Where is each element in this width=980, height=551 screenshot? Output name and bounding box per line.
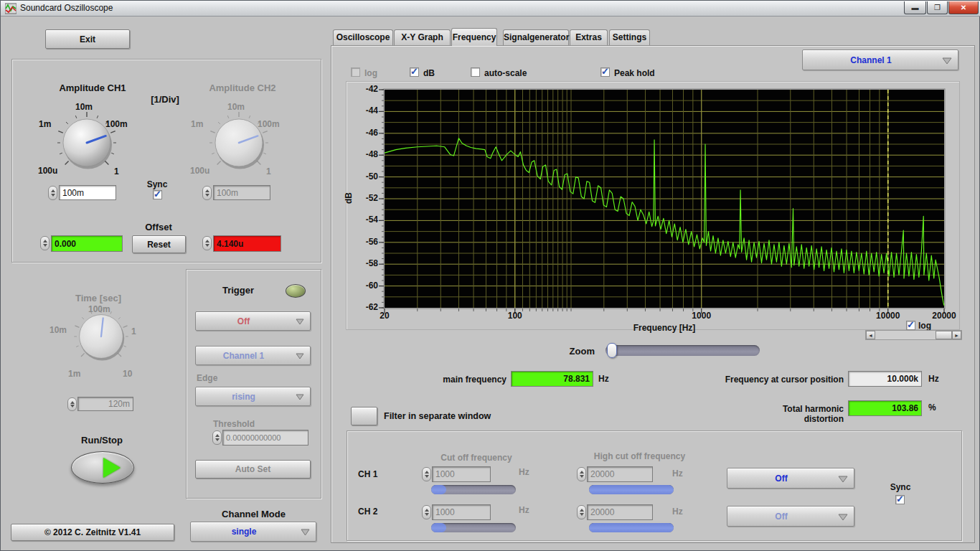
x-tick-label: 20 (363, 311, 406, 321)
trigger-led (286, 284, 306, 298)
minimize-icon: ▬ (912, 4, 919, 11)
chevron-down-icon (296, 319, 304, 325)
log-scale-label: log (364, 68, 377, 78)
ch2-cutoff-field: 1000 (432, 504, 491, 520)
ch1-cutoff-slider[interactable] (431, 485, 516, 494)
offset-ch1-spinner[interactable] (40, 236, 50, 250)
plot-scrollbar[interactable]: ◄ ► (865, 330, 962, 340)
tab-extras[interactable]: Extras (570, 29, 608, 45)
chevron-down-icon (942, 57, 952, 65)
offset-ch2-spinner[interactable] (202, 236, 212, 250)
ch1-filter-mode-dropdown[interactable]: Off (727, 468, 854, 489)
filter-sync-checkbox[interactable] (895, 495, 905, 504)
per-div-label: [1/Div] (146, 94, 184, 105)
filter-window-button[interactable] (351, 407, 377, 425)
x-tick-label: 20000 (923, 311, 966, 321)
ch1-cutoff-unit: Hz (519, 467, 529, 477)
high-cutoff-label: High cut off frequency (580, 451, 699, 461)
restore-button[interactable]: ❐ (927, 1, 948, 14)
exit-button[interactable]: Exit (45, 29, 130, 49)
threshold-label: Threshold (213, 419, 255, 429)
filter-ch1-label: CH 1 (358, 469, 377, 479)
close-icon: ✕ (961, 4, 966, 11)
tab-frequency[interactable]: Frequency (451, 28, 497, 46)
zoom-slider-thumb[interactable] (607, 343, 617, 358)
autoset-button: Auto Set (195, 460, 311, 479)
thd-unit: % (928, 402, 936, 413)
autoscale-checkbox[interactable] (471, 67, 480, 77)
main-frequency-unit: Hz (598, 374, 609, 384)
runstop-button[interactable] (71, 451, 134, 484)
chevron-down-icon (296, 394, 304, 400)
tab-signalgenerator[interactable]: Signalgenerator (503, 29, 569, 45)
tab-settings[interactable]: Settings (609, 29, 650, 45)
ch2-cutoff-slider[interactable] (431, 523, 516, 532)
title-bar: Soundcard Oszilloscope ▬ ❐ ✕ (1, 1, 980, 17)
tab-xy-graph[interactable]: X-Y Graph (394, 29, 451, 45)
amplitude-ch1-knob[interactable] (51, 107, 123, 179)
y-tick-label: -54 (354, 215, 378, 225)
spectrum-chart[interactable] (377, 87, 951, 314)
y-tick-label: -56 (354, 237, 378, 247)
ch2-cutoff-unit: Hz (519, 505, 529, 515)
tab-oscilloscope[interactable]: Oscilloscope (333, 29, 393, 45)
scroll-left-arrow-icon[interactable]: ◄ (866, 331, 875, 339)
ch1-scale-100m: 100m (105, 119, 128, 129)
filter-ch2-label: CH 2 (358, 507, 377, 517)
chevron-down-icon (296, 353, 304, 359)
close-button[interactable]: ✕ (948, 1, 979, 14)
trigger-mode-dropdown: Off (195, 311, 311, 331)
ch2-high-slider[interactable] (589, 523, 674, 532)
offset-ch2-field[interactable]: 4.140u (213, 235, 281, 252)
zoom-label: Zoom (562, 346, 595, 357)
x-tick-label: 100 (494, 311, 537, 321)
ch2-high-unit: Hz (672, 507, 683, 517)
peakhold-checkbox[interactable] (600, 67, 610, 77)
copyright-button[interactable]: © 2012 C. Zeitnitz V1.41 (11, 524, 174, 541)
db-label: dB (423, 68, 435, 78)
ch1-high-field: 20000 (587, 466, 653, 482)
filter-window-label: Filter in separate window (384, 411, 491, 421)
ch2-high-field: 20000 (587, 504, 653, 520)
ch2-scale-1m: 1m (191, 119, 203, 129)
ch1-scale-1m: 1m (39, 119, 51, 129)
ch2-scale-100m: 100m (258, 119, 280, 129)
ch1-high-slider[interactable] (589, 485, 674, 494)
cursor-frequency-field: 10.000k (848, 371, 922, 387)
time-scale-10: 10 (123, 369, 132, 379)
scrollbar-thumb[interactable] (936, 331, 952, 339)
ch2-high-spinner (577, 505, 586, 519)
zoom-slider[interactable] (606, 345, 760, 356)
sync-label: Sync (144, 179, 170, 189)
chevron-down-icon (301, 529, 310, 536)
y-tick-label: -48 (354, 149, 378, 159)
y-tick-label: -52 (354, 193, 378, 203)
channel-select-dropdown[interactable]: Channel 1 (802, 50, 958, 70)
time-scale-10m: 10m (50, 325, 67, 335)
ch1-value-spinner[interactable] (48, 186, 57, 200)
trigger-source-dropdown: Channel 1 (195, 346, 311, 365)
threshold-field: 0.00000000000 (222, 430, 308, 446)
ch2-cutoff-spinner (422, 505, 431, 519)
app-icon (5, 3, 17, 14)
sync-checkbox[interactable] (153, 190, 162, 199)
ch2-value-spinner (202, 186, 212, 200)
plot-log-checkbox[interactable] (906, 321, 915, 330)
ch2-filter-mode-dropdown: Off (727, 506, 854, 527)
scroll-right-arrow-icon[interactable]: ► (952, 331, 961, 339)
y-tick-label: -44 (354, 105, 378, 116)
cursor-frequency-label: Frequency at cursor position (722, 375, 844, 385)
offset-ch1-field[interactable]: 0.000 (51, 235, 123, 252)
filter-sync-label: Sync (887, 482, 913, 492)
ch1-value-field[interactable]: 100m (59, 185, 116, 200)
channel-mode-dropdown[interactable]: single (190, 522, 316, 542)
minimize-button[interactable]: ▬ (904, 1, 926, 14)
time-scale-100m: 100m (88, 304, 110, 314)
trigger-label: Trigger (216, 285, 260, 296)
window-title: Soundcard Oszilloscope (20, 3, 113, 13)
x-tick-label: 1000 (680, 311, 723, 321)
cursor-frequency-unit: Hz (928, 374, 939, 384)
offset-reset-button[interactable]: Reset (132, 235, 186, 253)
ch2-scale-100u: 100u (190, 166, 209, 176)
db-checkbox[interactable] (410, 67, 419, 77)
